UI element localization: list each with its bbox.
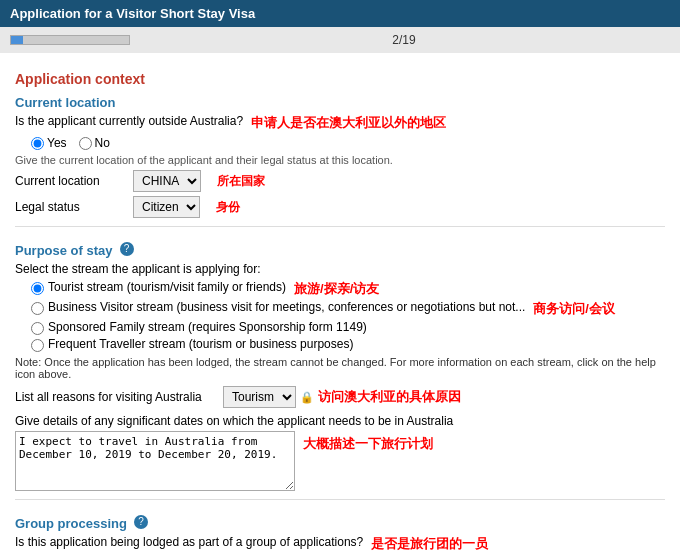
reasons-lock-icon: 🔒 xyxy=(300,391,314,404)
stream-annotation-2: 商务访问/会议 xyxy=(533,300,615,318)
subsection-title-purpose: Purpose of stay xyxy=(15,243,113,258)
current-location-question: Is the applicant currently outside Austr… xyxy=(15,114,243,128)
group-annotation: 是否是旅行团的一员 xyxy=(371,535,488,553)
stream-radio-1[interactable] xyxy=(31,282,44,295)
legal-status-select[interactable]: Citizen xyxy=(133,196,200,218)
stream-radio-2[interactable] xyxy=(31,302,44,315)
legal-status-field-row: Legal status Citizen 身份 xyxy=(15,196,665,218)
dates-annotation: 大概描述一下旅行计划 xyxy=(303,435,433,453)
stream-option-3: Sponsored Family stream (requires Sponso… xyxy=(31,320,665,335)
page-number: 2/19 xyxy=(318,33,490,47)
stream-options: Tourist stream (tourism/visit family or … xyxy=(31,280,665,352)
stream-annotation-1: 旅游/探亲/访友 xyxy=(294,280,379,298)
stream-option-1: Tourist stream (tourism/visit family or … xyxy=(31,280,665,298)
progress-fill xyxy=(11,36,23,44)
group-help-icon[interactable]: ? xyxy=(134,515,148,529)
outside-australia-no-radio[interactable] xyxy=(79,137,92,150)
reasons-select[interactable]: Tourism xyxy=(223,386,296,408)
subsection-group-processing: Group processing ? Is this application b… xyxy=(15,508,665,553)
location-annotation: 所在国家 xyxy=(217,173,265,190)
reasons-annotation: 访问澳大利亚的具体原因 xyxy=(318,388,461,406)
reasons-label: List all reasons for visiting Australia xyxy=(15,390,215,404)
group-question: Is this application being lodged as part… xyxy=(15,535,363,549)
reasons-dropdown-row: Tourism 🔒 访问澳大利亚的具体原因 xyxy=(223,386,461,408)
stream-question: Select the stream the applicant is apply… xyxy=(15,262,665,276)
stream-label-2: Business Visitor stream (business visit … xyxy=(48,300,525,314)
location-field-label: Current location xyxy=(15,174,125,188)
legal-status-label: Legal status xyxy=(15,200,125,214)
stream-label-3: Sponsored Family stream (requires Sponso… xyxy=(48,320,367,334)
reasons-row: List all reasons for visiting Australia … xyxy=(15,386,665,408)
stream-label-4: Frequent Traveller stream (tourism or bu… xyxy=(48,337,353,351)
stream-label-1: Tourist stream (tourism/visit family or … xyxy=(48,280,286,294)
stream-radio-3[interactable] xyxy=(31,322,44,335)
section-title-application-context: Application context xyxy=(15,71,665,87)
section-application-context: Application context Current location Is … xyxy=(15,71,665,553)
outside-australia-yes-label[interactable]: Yes xyxy=(31,136,67,150)
stream-option-2: Business Visitor stream (business visit … xyxy=(31,300,665,318)
app-title: Application for a Visitor Short Stay Vis… xyxy=(10,6,255,21)
stream-radio-4[interactable] xyxy=(31,339,44,352)
current-location-select[interactable]: CHINA xyxy=(133,170,201,192)
dates-label: Give details of any significant dates on… xyxy=(15,414,665,428)
main-content: Application context Current location Is … xyxy=(0,53,680,553)
location-detail-text: Give the current location of the applica… xyxy=(15,154,665,166)
dates-textarea[interactable] xyxy=(15,431,295,491)
current-location-annotation: 申请人是否在澳大利亚以外的地区 xyxy=(251,114,446,132)
progress-track xyxy=(10,35,130,45)
progress-area: 2/19 xyxy=(0,27,680,53)
purpose-help-icon[interactable]: ? xyxy=(120,242,134,256)
subsection-title-group: Group processing xyxy=(15,516,127,531)
subsection-purpose-of-stay: Purpose of stay ? Select the stream the … xyxy=(15,235,665,491)
outside-australia-yes-radio[interactable] xyxy=(31,137,44,150)
legal-status-annotation: 身份 xyxy=(216,199,240,216)
title-bar: Application for a Visitor Short Stay Vis… xyxy=(0,0,680,27)
stream-option-4: Frequent Traveller stream (tourism or bu… xyxy=(31,337,665,352)
location-field-row: Current location CHINA 所在国家 xyxy=(15,170,665,192)
subsection-current-location: Current location Is the applicant curren… xyxy=(15,95,665,218)
subsection-title-current-location: Current location xyxy=(15,95,665,110)
outside-australia-no-label[interactable]: No xyxy=(79,136,110,150)
dates-row: Give details of any significant dates on… xyxy=(15,414,665,491)
stream-note: Note: Once the application has been lodg… xyxy=(15,356,665,380)
outside-australia-radio-group: Yes No xyxy=(31,136,665,150)
